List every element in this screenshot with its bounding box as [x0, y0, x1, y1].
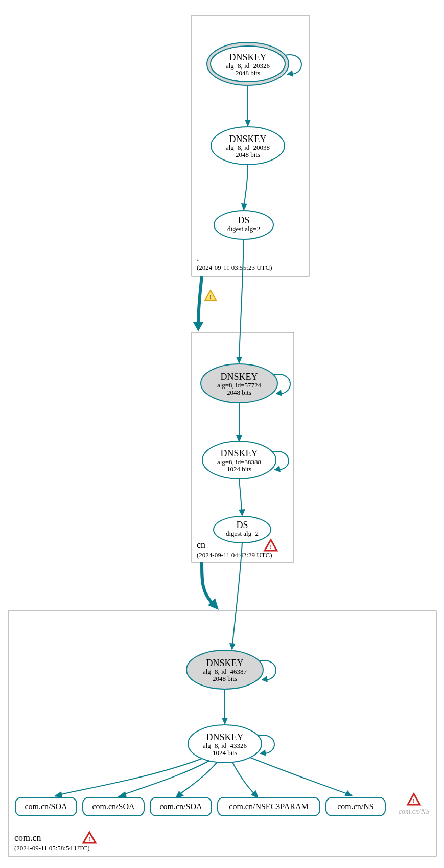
svg-text:alg=8, id=43326: alg=8, id=43326: [203, 742, 247, 749]
edge-zsk-leaf3: [232, 762, 255, 795]
svg-text:2048 bits: 2048 bits: [213, 675, 237, 682]
edge-cnzsk-cnds: [239, 479, 242, 511]
svg-text:com.cn/NS: com.cn/NS: [337, 802, 374, 811]
svg-text:alg=8, id=20038: alg=8, id=20038: [226, 144, 270, 151]
svg-text:DS: DS: [238, 215, 249, 225]
edge-rootds-cnksk: [239, 239, 244, 358]
svg-marker-52: [118, 791, 127, 797]
dnssec-graph: . (2024-09-11 03:55:23 UTC) DNSKEY alg=8…: [0, 0, 444, 868]
svg-text:2048 bits: 2048 bits: [236, 69, 260, 77]
leaf-node: com.cn/SOA: [83, 797, 144, 816]
zone-comcn-timestamp: (2024-09-11 05:58:54 UTC): [14, 844, 90, 852]
svg-text:com.cn/SOA: com.cn/SOA: [159, 802, 202, 811]
svg-text:alg=8, id=46387: alg=8, id=46387: [203, 668, 247, 675]
leaf-node: com.cn/SOA: [150, 797, 212, 816]
svg-text:DNSKEY: DNSKEY: [229, 52, 266, 62]
svg-marker-6: [245, 120, 251, 127]
svg-marker-50: [260, 749, 266, 756]
error-icon: !: [265, 540, 277, 551]
node-root-ds: DS digest alg=2: [214, 211, 273, 239]
svg-marker-25: [276, 390, 282, 396]
svg-text:digest alg=2: digest alg=2: [226, 530, 259, 537]
svg-text:!: !: [209, 293, 212, 301]
svg-text:!: !: [270, 543, 272, 551]
svg-marker-51: [54, 791, 62, 797]
svg-text:alg=8, id=20326: alg=8, id=20326: [226, 62, 270, 70]
svg-text:com.cn/SOA: com.cn/SOA: [25, 802, 67, 811]
svg-text:DNSKEY: DNSKEY: [229, 134, 266, 144]
svg-text:alg=8, id=57724: alg=8, id=57724: [217, 381, 262, 389]
svg-marker-18: [236, 357, 242, 364]
zone-root-label: .: [197, 253, 199, 263]
svg-marker-15: [193, 322, 203, 331]
zone-cn-label: cn: [197, 540, 205, 550]
svg-text:com.cn/NSEC3PARAM: com.cn/NSEC3PARAM: [229, 802, 308, 811]
node-root-ksk: DNSKEY alg=8, id=20326 2048 bits: [207, 42, 289, 85]
svg-text:DNSKEY: DNSKEY: [220, 448, 258, 459]
node-comcn-zsk: DNSKEY alg=8, id=43326 1024 bits: [188, 725, 262, 763]
svg-text:digest alg=2: digest alg=2: [227, 225, 260, 233]
edge-zsk-leaf4: [250, 758, 347, 794]
svg-marker-31: [274, 466, 281, 472]
svg-text:DNSKEY: DNSKEY: [220, 372, 258, 382]
svg-marker-45: [222, 718, 228, 725]
node-cn-zsk: DNSKEY alg=8, id=38388 1024 bits: [202, 441, 276, 479]
leaf-node: com.cn/NS: [326, 797, 385, 816]
svg-text:!: !: [88, 836, 90, 843]
svg-text:2048 bits: 2048 bits: [227, 389, 251, 396]
edge-rootzsk-rootds: [244, 165, 248, 204]
svg-text:1024 bits: 1024 bits: [227, 465, 251, 473]
zone-root-timestamp: (2024-09-11 03:55:23 UTC): [197, 264, 272, 271]
svg-marker-32: [239, 509, 245, 516]
svg-text:DNSKEY: DNSKEY: [206, 732, 243, 742]
svg-text:alg=8, id=38388: alg=8, id=38388: [217, 458, 261, 466]
zone-comcn-label: com.cn: [14, 833, 41, 843]
svg-marker-44: [262, 676, 268, 682]
edge-deleg-root-cn: [198, 276, 202, 325]
svg-marker-11: [241, 203, 247, 211]
svg-marker-37: [229, 643, 236, 650]
node-cn-ds: DS digest alg=2: [214, 516, 271, 543]
edge-zsk-leaf0: [59, 759, 202, 795]
node-cn-ksk: DNSKEY alg=8, id=57724 2048 bits: [201, 364, 277, 403]
svg-text:1024 bits: 1024 bits: [213, 749, 237, 757]
svg-text:!: !: [413, 797, 415, 805]
svg-marker-5: [287, 70, 293, 77]
warning-icon: !: [205, 290, 216, 301]
svg-text:com.cn/SOA: com.cn/SOA: [92, 802, 135, 811]
node-comcn-ksk: DNSKEY alg=8, id=46387 2048 bits: [186, 650, 263, 689]
ghost-ns-label: com.cn/NS: [399, 808, 429, 815]
leaf-node: com.cn/SOA: [15, 797, 77, 816]
svg-text:DNSKEY: DNSKEY: [206, 658, 243, 668]
zone-cn-timestamp: (2024-09-11 04:42:29 UTC): [197, 551, 272, 559]
error-icon: !: [408, 794, 420, 805]
node-root-zsk: DNSKEY alg=8, id=20038 2048 bits: [211, 127, 285, 165]
edge-deleg-cn-comcn: [202, 562, 215, 606]
error-icon: !: [83, 832, 96, 843]
leaf-node: com.cn/NSEC3PARAM: [218, 797, 320, 816]
svg-text:DS: DS: [236, 520, 248, 530]
edge-zsk-leaf2: [179, 762, 217, 795]
svg-text:2048 bits: 2048 bits: [236, 151, 260, 158]
